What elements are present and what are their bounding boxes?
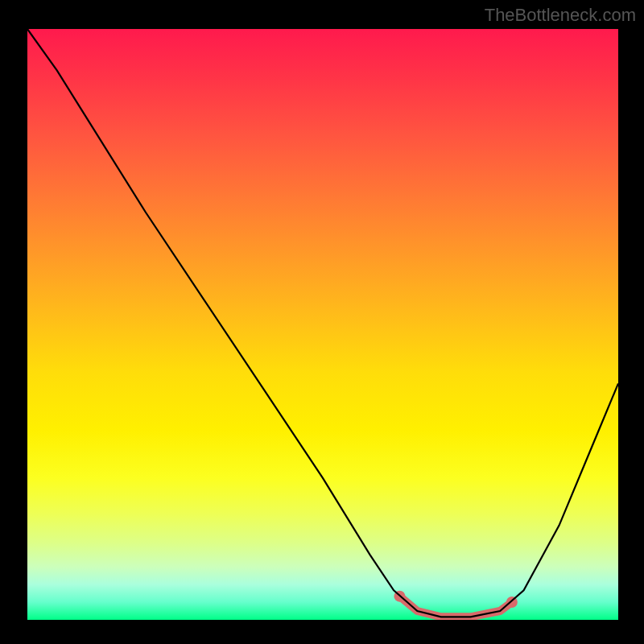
bottleneck-curve-line xyxy=(27,29,618,617)
plot-area xyxy=(27,29,618,620)
chart-svg xyxy=(27,29,618,620)
optimal-range-highlight xyxy=(399,597,512,617)
attribution-text: TheBottleneck.com xyxy=(485,5,636,26)
